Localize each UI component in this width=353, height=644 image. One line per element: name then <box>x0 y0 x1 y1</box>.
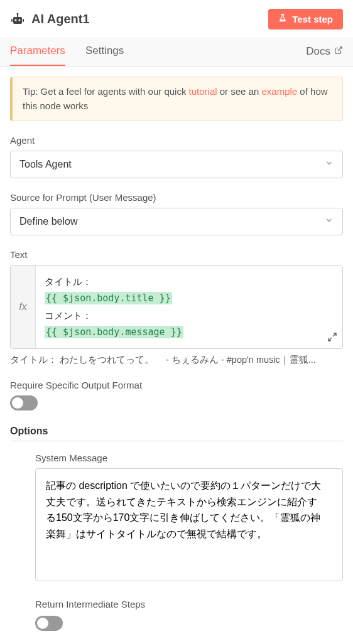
agent-select[interactable]: Tools Agent <box>10 151 343 178</box>
chevron-down-icon <box>325 159 334 170</box>
options-body: System Message Return Intermediate Steps <box>10 453 343 631</box>
source-value: Define below <box>19 216 78 227</box>
source-label: Source for Prompt (User Message) <box>10 192 343 203</box>
expand-icon[interactable] <box>327 332 337 345</box>
svg-rect-0 <box>13 17 22 24</box>
text-line: コメント： <box>45 307 334 324</box>
require-format-label: Require Specific Output Format <box>10 380 343 390</box>
tutorial-link[interactable]: tutorial <box>189 86 217 97</box>
svg-point-4 <box>17 13 19 14</box>
expression: {{ $json.body.message }} <box>45 326 183 338</box>
tip-text: Tip: Get a feel for agents with our quic… <box>23 86 189 97</box>
agent-label: Agent <box>10 135 343 146</box>
intermediate-label: Return Intermediate Steps <box>35 599 343 609</box>
text-label: Text <box>10 249 343 260</box>
agent-value: Tools Agent <box>19 159 72 170</box>
system-message-input[interactable] <box>35 468 343 581</box>
text-editor[interactable]: fx タイトル： {{ $json.body.title }} コメント： {{… <box>10 265 343 349</box>
system-message-label: System Message <box>35 453 343 463</box>
flask-icon <box>278 14 287 24</box>
editor-body[interactable]: タイトル： {{ $json.body.title }} コメント： {{ $j… <box>36 266 342 348</box>
docs-label: Docs <box>306 45 330 58</box>
options-title: Options <box>10 426 343 441</box>
tabs: Parameters Settings Docs <box>0 37 353 67</box>
svg-point-2 <box>19 19 21 21</box>
fx-badge: fx <box>11 266 36 348</box>
tab-settings[interactable]: Settings <box>85 37 124 66</box>
external-link-icon <box>334 45 343 58</box>
robot-icon <box>10 12 25 27</box>
node-title: AI Agent1 <box>31 12 90 26</box>
svg-line-7 <box>333 333 336 336</box>
tabs-left: Parameters Settings <box>10 37 124 66</box>
system-message-wrap <box>35 468 343 584</box>
tip-text-mid: or see an <box>217 86 262 97</box>
test-step-button[interactable]: Test step <box>268 9 343 30</box>
tab-parameters[interactable]: Parameters <box>10 37 65 66</box>
header: AI Agent1 Test step <box>0 0 353 37</box>
svg-point-1 <box>15 19 17 21</box>
tip-box: Tip: Get a feel for agents with our quic… <box>10 77 343 121</box>
svg-rect-6 <box>23 19 24 22</box>
intermediate-toggle[interactable] <box>35 616 63 631</box>
expression: {{ $json.body.title }} <box>45 292 172 304</box>
test-step-label: Test step <box>292 14 333 24</box>
content: Tip: Get a feel for agents with our quic… <box>0 67 353 644</box>
docs-link[interactable]: Docs <box>306 38 343 65</box>
text-line: タイトル： <box>45 273 334 290</box>
svg-rect-5 <box>11 19 13 22</box>
svg-line-8 <box>329 338 332 341</box>
header-left: AI Agent1 <box>10 12 90 27</box>
source-select[interactable]: Define below <box>10 208 343 235</box>
example-link[interactable]: example <box>262 86 298 97</box>
text-preview: タイトル： わたしをつれてって。 - ちぇるみん - #pop'n music｜… <box>10 354 343 366</box>
require-format-toggle[interactable] <box>10 395 38 411</box>
chevron-down-icon <box>325 216 334 227</box>
